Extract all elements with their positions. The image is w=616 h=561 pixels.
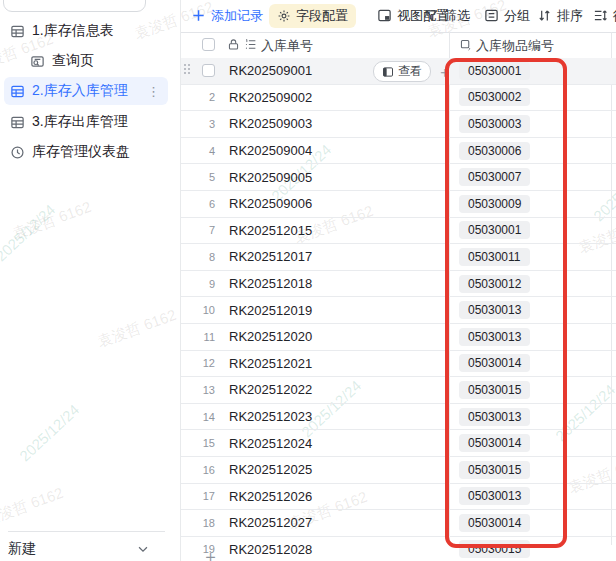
order-number-cell[interactable]: RK202512020: [229, 329, 429, 344]
toolbar: 添加记录 字段配置 视图配置 筛选 分组 排序: [181, 0, 616, 33]
sidebar-item-inventory-info[interactable]: 1.库存信息表: [4, 17, 168, 45]
select-all-checkbox[interactable]: [202, 38, 215, 51]
item-number-chip[interactable]: 05030013: [459, 301, 530, 319]
column-header-item[interactable]: 入库物品编号: [459, 37, 554, 55]
order-number-cell[interactable]: RK202509003: [229, 116, 429, 131]
more-icon[interactable]: ⋮: [147, 84, 160, 99]
table-row[interactable]: 11 RK202512020 05030013: [181, 324, 616, 351]
view-record-button[interactable]: 查看: [373, 61, 431, 82]
order-number-cell[interactable]: RK202512019: [229, 303, 429, 318]
table-row[interactable]: 13 RK202512022 05030015: [181, 377, 616, 404]
sidebar-item-label: 库存管理仪表盘: [32, 143, 130, 161]
item-number-chip[interactable]: 05030011: [459, 248, 530, 266]
order-number-cell[interactable]: RK202512027: [229, 515, 429, 530]
add-row-button[interactable]: ＋: [181, 547, 616, 561]
table-row[interactable]: 18 RK202512027 05030014: [181, 510, 616, 537]
drag-handle-icon[interactable]: [184, 64, 192, 78]
table-row[interactable]: 7 RK202512015 05030001: [181, 218, 616, 245]
item-number-chip[interactable]: 05030001: [459, 62, 530, 80]
table-row[interactable]: 2 RK202509002 05030002: [181, 85, 616, 112]
table-row[interactable]: 16 RK202512025 05030015: [181, 457, 616, 484]
table-row[interactable]: 8 RK202512017 05030011: [181, 244, 616, 271]
sort-label: 排序: [557, 7, 583, 25]
item-number-chip[interactable]: 05030009: [459, 195, 530, 213]
field-config-button[interactable]: 字段配置: [269, 4, 356, 28]
item-number-chip[interactable]: 05030002: [459, 88, 530, 106]
clock-icon: [9, 144, 25, 160]
add-record-label: 添加记录: [211, 7, 263, 25]
item-number-chip[interactable]: 05030014: [459, 514, 530, 532]
item-number-chip[interactable]: 05030006: [459, 142, 530, 160]
item-number-chip[interactable]: 05030001: [459, 221, 530, 239]
item-number-chip[interactable]: 05030014: [459, 354, 530, 372]
row-actions: 查看 ＋: [373, 61, 452, 82]
row-number: 17: [189, 490, 215, 502]
table-header: 入库单号 入库物品编号: [181, 32, 616, 59]
order-number-cell[interactable]: RK202509006: [229, 196, 429, 211]
autonumber-field-icon: [244, 38, 257, 54]
sidebar-divider: [8, 531, 165, 532]
row-number: 2: [189, 91, 215, 103]
row-number: 9: [189, 278, 215, 290]
order-number-cell[interactable]: RK202512024: [229, 436, 429, 451]
order-number-cell[interactable]: RK202512026: [229, 489, 429, 504]
table-row[interactable]: 15 RK202512024 05030014: [181, 430, 616, 457]
order-number-cell[interactable]: RK202512021: [229, 356, 429, 371]
order-number-cell[interactable]: RK202512015: [229, 223, 429, 238]
row-number: 10: [189, 304, 215, 316]
group-button[interactable]: 分组: [484, 0, 530, 31]
sidebar-item-label: 3.库存出库管理: [32, 113, 128, 131]
table-view: 添加记录 字段配置 视图配置 筛选 分组 排序: [180, 0, 616, 561]
bitable-app: 袁浚哲 6162袁浚哲 6162袁浚哲 6162袁浚哲 6162袁浚哲 6162…: [0, 0, 616, 561]
table-row[interactable]: 4 RK202509004 05030006: [181, 138, 616, 165]
sort-button[interactable]: 排序: [537, 0, 583, 31]
table-row[interactable]: 14 RK202512023 05030013: [181, 404, 616, 431]
item-number-chip[interactable]: 05030013: [459, 408, 530, 426]
order-number-cell[interactable]: RK202509004: [229, 143, 429, 158]
order-number-cell[interactable]: RK202512025: [229, 462, 429, 477]
table-icon: [9, 83, 25, 99]
item-number-chip[interactable]: 05030015: [459, 381, 530, 399]
item-number-chip[interactable]: 05030013: [459, 487, 530, 505]
column-header-order[interactable]: 入库单号: [227, 37, 313, 55]
sidebar-item-inbound-mgmt[interactable]: 2.库存入库管理 ⋮: [4, 77, 168, 105]
order-number-cell[interactable]: RK202509005: [229, 170, 429, 185]
lookup-field-icon: [459, 38, 472, 54]
row-number: 7: [189, 224, 215, 236]
plus-icon: ＋: [202, 545, 219, 561]
row-height-button[interactable]: 行高: [593, 0, 616, 31]
sidebar-item-outbound-mgmt[interactable]: 3.库存出库管理: [4, 108, 168, 136]
table-row[interactable]: 17 RK202512026 05030013: [181, 484, 616, 511]
sidebar-item-label: 2.库存入库管理: [32, 82, 128, 100]
item-number-chip[interactable]: 05030007: [459, 168, 530, 186]
order-number-cell[interactable]: RK202512022: [229, 382, 429, 397]
row-number: 12: [189, 357, 215, 369]
item-number-chip[interactable]: 05030003: [459, 115, 530, 133]
row-number: 14: [189, 411, 215, 423]
sidebar-item-dashboard[interactable]: 库存管理仪表盘: [4, 138, 168, 166]
order-number-cell[interactable]: RK202512017: [229, 249, 429, 264]
table-row[interactable]: 6 RK202509006 05030009: [181, 191, 616, 218]
table-row[interactable]: 9 RK202512018 05030012: [181, 271, 616, 298]
table-row[interactable]: 5 RK202509005 05030007: [181, 164, 616, 191]
order-number-cell[interactable]: RK202512018: [229, 276, 429, 291]
order-number-cell[interactable]: RK202509002: [229, 90, 429, 105]
item-number-chip[interactable]: 05030015: [459, 461, 530, 479]
item-number-chip[interactable]: 05030012: [459, 275, 530, 293]
filter-button[interactable]: 筛选: [424, 0, 470, 31]
table-row[interactable]: 12 RK202512021 05030014: [181, 351, 616, 378]
expand-plus-icon[interactable]: ＋: [437, 64, 452, 79]
new-button[interactable]: 新建: [0, 537, 168, 561]
row-number: 4: [189, 145, 215, 157]
table-row[interactable]: RK202509001 查看 ＋ 05030001: [181, 58, 616, 85]
order-number-cell[interactable]: RK202512023: [229, 409, 429, 424]
item-number-chip[interactable]: 05030013: [459, 328, 530, 346]
item-number-chip[interactable]: 05030014: [459, 434, 530, 452]
table-row[interactable]: 10 RK202512019 05030013: [181, 297, 616, 324]
row-checkbox[interactable]: [202, 64, 215, 77]
sidebar-search-input[interactable]: [3, 0, 146, 12]
sidebar-item-query-page[interactable]: 查询页: [4, 47, 168, 75]
table-row[interactable]: 3 RK202509003 05030003: [181, 111, 616, 138]
row-number: 11: [189, 331, 215, 343]
add-record-button[interactable]: 添加记录: [191, 0, 263, 31]
